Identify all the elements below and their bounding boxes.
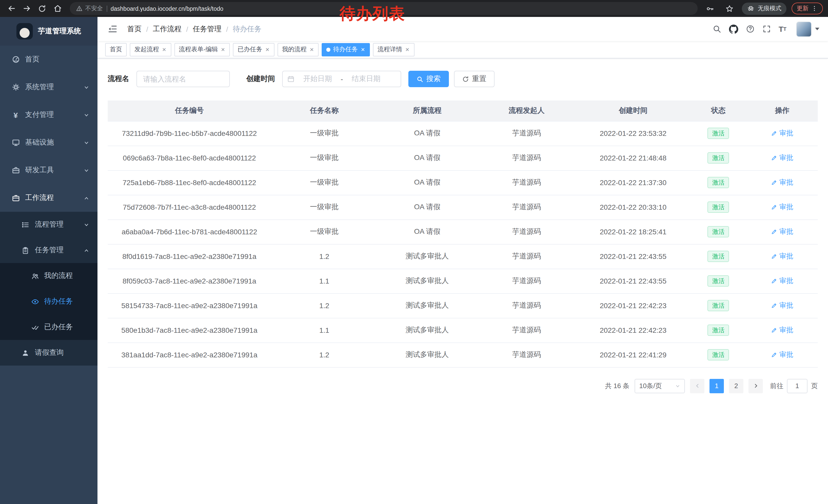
cell-task-name: 1.2 <box>271 342 378 367</box>
back-icon[interactable] <box>4 1 18 16</box>
github-icon[interactable] <box>729 25 738 34</box>
goto-page-input[interactable] <box>787 379 808 393</box>
reload-icon[interactable] <box>35 1 49 16</box>
cell-process: OA 请假 <box>378 146 477 170</box>
tab[interactable]: 流程详情 × <box>373 43 414 56</box>
sidebar-item-home[interactable]: 首页 <box>0 46 97 73</box>
tab[interactable]: 待办任务 × <box>322 43 370 56</box>
browser-menu-icon[interactable] <box>811 5 818 12</box>
cell-created: 2022-01-22 20:33:10 <box>576 195 690 220</box>
avatar <box>796 21 812 37</box>
browser-update-button[interactable]: 更新 <box>792 3 823 14</box>
sidebar-item-todo-task[interactable]: 待办任务 <box>0 289 97 314</box>
sidebar-item-payment[interactable]: ¥ 支付管理 <box>0 101 97 129</box>
page-button-1[interactable]: 1 <box>709 379 724 393</box>
reset-button-label: 重置 <box>472 74 486 84</box>
approve-link[interactable]: 审批 <box>771 227 793 236</box>
cell-task-name: 一级审批 <box>271 195 378 220</box>
column-header-status: 状态 <box>690 100 747 121</box>
breadcrumb-item[interactable]: 任务管理 <box>193 25 222 34</box>
app-logo[interactable]: 芋道管理系统 <box>0 17 97 46</box>
prev-page-button[interactable] <box>690 379 704 393</box>
list-icon <box>21 221 30 228</box>
help-icon[interactable] <box>746 25 754 33</box>
tab-close-icon[interactable]: × <box>309 46 314 53</box>
cell-task-name: 1.1 <box>271 269 378 293</box>
cell-created: 2022-01-21 22:41:29 <box>576 342 690 367</box>
tab[interactable]: 流程表单-编辑 × <box>174 43 230 56</box>
forward-icon[interactable] <box>19 1 34 16</box>
users-icon <box>31 272 40 280</box>
cell-status: 激活 <box>690 244 747 269</box>
bookmark-star-icon[interactable] <box>722 1 737 16</box>
cell-task-id: 58154733-7ac8-11ec-a9e2-a2380e71991a <box>108 293 271 318</box>
tab-label: 流程表单-编辑 <box>179 45 218 54</box>
tabs-bar: 首页 发起流程 × 流程表单-编辑 × <box>97 41 828 58</box>
breadcrumb: 首页 / 工作流程 / 任务管理 / 待办任务 <box>127 25 261 34</box>
screen: 不安全 dashboard.yudao.iocoder.cn/bpm/task/… <box>0 0 828 504</box>
sidebar-item-system[interactable]: 系统管理 <box>0 73 97 101</box>
address-bar[interactable]: 不安全 dashboard.yudao.iocoder.cn/bpm/task/… <box>70 2 698 15</box>
font-size-icon[interactable]: TT <box>779 25 786 33</box>
chevron-down-icon <box>84 84 89 90</box>
tab[interactable]: 首页 <box>105 43 127 56</box>
breadcrumb-item[interactable]: 工作流程 <box>153 25 181 34</box>
sidebar-item-my-process[interactable]: 我的流程 <box>0 263 97 289</box>
status-badge: 激活 <box>707 251 729 262</box>
table-row: 725a1eb6-7b88-11ec-8ef0-acde48001122 一级审… <box>108 170 818 195</box>
date-range-picker[interactable]: 开始日期 - 结束日期 <box>282 71 401 87</box>
tab-close-icon[interactable]: × <box>162 46 166 53</box>
home-icon[interactable] <box>50 1 65 16</box>
approve-link[interactable]: 审批 <box>771 153 793 163</box>
breadcrumb-separator: / <box>186 25 188 33</box>
tab-close-icon[interactable]: × <box>405 46 410 53</box>
sidebar-item-task-management[interactable]: 任务管理 <box>0 237 97 263</box>
tab[interactable]: 我的流程 × <box>278 43 319 56</box>
approve-link[interactable]: 审批 <box>771 301 793 310</box>
start-date-placeholder[interactable]: 开始日期 <box>297 74 338 84</box>
tab[interactable]: 已办任务 × <box>233 43 274 56</box>
fullscreen-icon[interactable] <box>762 25 771 33</box>
edit-pencil-icon <box>771 303 778 309</box>
approve-link[interactable]: 审批 <box>771 129 793 138</box>
table-row: a6aba0a4-7b6d-11ec-b781-acde48001122 一级审… <box>108 220 818 244</box>
page-size-select[interactable]: 10条/页 <box>634 379 685 393</box>
security-label: 不安全 <box>85 5 103 12</box>
search-button[interactable]: 搜索 <box>408 71 449 87</box>
approve-link[interactable]: 审批 <box>771 276 793 286</box>
column-header-process: 所属流程 <box>378 100 477 121</box>
sidebar-item-leave-query[interactable]: 请假查询 <box>0 340 97 366</box>
approve-link[interactable]: 审批 <box>771 350 793 359</box>
sidebar-item-workflow[interactable]: 工作流程 <box>0 184 97 212</box>
sidebar-item-label: 已办任务 <box>44 322 89 332</box>
table-row: 73211d9d-7b9b-11ec-b5b7-acde48001122 一级审… <box>108 121 818 146</box>
approve-link[interactable]: 审批 <box>771 202 793 212</box>
security-status[interactable]: 不安全 <box>76 5 103 12</box>
page-button-2[interactable]: 2 <box>729 379 743 393</box>
user-menu[interactable] <box>796 21 820 37</box>
sidebar-item-process-management[interactable]: 流程管理 <box>0 212 97 237</box>
approve-link[interactable]: 审批 <box>771 178 793 187</box>
tab-close-icon[interactable]: × <box>220 46 225 53</box>
end-date-placeholder[interactable]: 结束日期 <box>346 74 386 84</box>
approve-link[interactable]: 审批 <box>771 252 793 261</box>
reset-button[interactable]: 重置 <box>454 71 495 87</box>
breadcrumb-item[interactable]: 首页 <box>127 25 141 34</box>
cell-status: 激活 <box>690 170 747 195</box>
process-name-input[interactable] <box>136 71 230 87</box>
next-page-button[interactable] <box>748 379 763 393</box>
approve-link[interactable]: 审批 <box>771 326 793 335</box>
goto-unit: 页 <box>811 381 818 391</box>
tab-close-icon[interactable]: × <box>360 46 365 53</box>
sidebar-item-label: 待办任务 <box>44 297 89 306</box>
search-icon[interactable] <box>712 25 721 33</box>
tab[interactable]: 发起流程 × <box>130 43 171 56</box>
cell-created: 2022-01-21 22:43:55 <box>576 269 690 293</box>
tab-close-icon[interactable]: × <box>265 46 270 53</box>
sidebar-item-done-task[interactable]: 已办任务 <box>0 314 97 340</box>
logo-image <box>16 23 33 40</box>
sidebar-item-devtools[interactable]: 研发工具 <box>0 156 97 184</box>
key-icon[interactable] <box>703 1 717 16</box>
sidebar-collapse-icon[interactable] <box>106 22 120 36</box>
sidebar-item-infrastructure[interactable]: 基础设施 <box>0 129 97 156</box>
